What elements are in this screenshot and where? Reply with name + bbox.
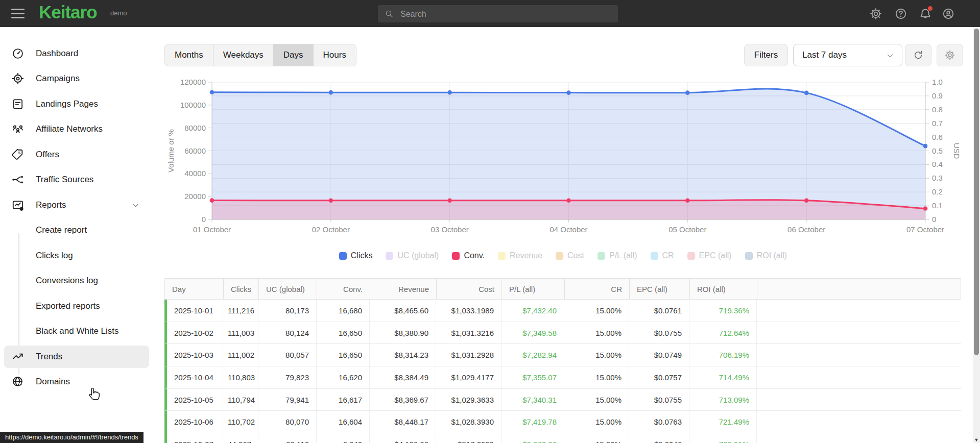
cell-roi-all: 719.36%: [689, 300, 757, 322]
filters-button[interactable]: Filters: [744, 44, 788, 66]
column-header-p-l-all[interactable]: P/L (all): [502, 279, 565, 299]
svg-text:$: $: [18, 150, 21, 155]
cell-clicks: 110,702: [223, 411, 258, 433]
svg-text:03 October: 03 October: [431, 225, 469, 234]
cell-uc-global: 80,124: [258, 322, 317, 344]
svg-text:0.3: 0.3: [932, 174, 943, 182]
domains-icon: [11, 375, 25, 388]
sidebar-item-offers[interactable]: $Offers: [4, 143, 149, 166]
sidebar-item-reports[interactable]: Reports: [4, 194, 149, 216]
sidebar-item-traffic-sources[interactable]: Traffic Sources: [4, 168, 149, 191]
sidebar-item-label: Traffic Sources: [36, 175, 93, 185]
legend-swatch: [556, 252, 563, 260]
cell-conv: 6,640: [317, 433, 370, 443]
sidebar-item-create-report[interactable]: Create report: [4, 219, 149, 241]
chevron-down-icon: [131, 201, 140, 210]
status-url-tooltip: https://demo.keitaro.io/admin/#!/trends/…: [0, 432, 144, 443]
refresh-button[interactable]: [905, 44, 931, 66]
svg-text:100000: 100000: [180, 101, 206, 109]
legend-item-p-l-all[interactable]: P/L (all): [597, 251, 637, 260]
legend-label: ROI (all): [757, 251, 787, 260]
sidebar-item-domains[interactable]: Domains: [4, 371, 149, 393]
legend-item-conv[interactable]: Conv.: [452, 251, 485, 260]
sidebar-item-label: Trends: [36, 352, 62, 362]
hamburger-menu-icon[interactable]: [11, 9, 25, 18]
sidebar-item-black-and-white-lists[interactable]: Black and White Lists: [4, 320, 149, 342]
cell-p-l-all: $7,355.07: [501, 366, 564, 388]
table-row: 2025-10-02111,00380,12416,650$8,380.90$1…: [164, 322, 961, 344]
cell-roi-all: 713.09%: [689, 389, 757, 411]
table-row: 2025-10-0744,26732,1106,640$4,190.06$517…: [164, 433, 961, 443]
brand-logo[interactable]: Keitaro: [39, 2, 97, 22]
help-icon[interactable]: [894, 7, 907, 20]
cell-p-l-all: $7,282.94: [501, 344, 564, 366]
sidebar-item-campaigns[interactable]: Campaigns: [4, 67, 149, 90]
column-header-clicks[interactable]: Clicks: [224, 279, 259, 299]
settings-icon[interactable]: [869, 7, 882, 20]
column-header-cost[interactable]: Cost: [437, 279, 502, 299]
column-header-epc-all[interactable]: EPC (all): [630, 279, 690, 299]
env-label: demo: [110, 9, 127, 17]
affiliate-networks-icon: [11, 122, 25, 136]
sidebar-item-dashboard[interactable]: Dashboard: [4, 42, 149, 65]
account-icon[interactable]: [942, 7, 955, 20]
cell-clicks: 44,267: [223, 433, 258, 443]
scrollbar-thumb[interactable]: [974, 29, 979, 355]
cell-cost: $1,029.3633: [436, 389, 501, 411]
sidebar-item-landings-pages[interactable]: Landings Pages: [4, 93, 149, 115]
scroll-down-arrow[interactable]: ▼: [973, 436, 980, 443]
cell-revenue: $8,465.60: [370, 300, 436, 322]
search-icon: [385, 9, 394, 18]
tab-hours[interactable]: Hours: [314, 44, 356, 66]
legend-swatch: [651, 252, 658, 260]
cell-epc-all: $0.0749: [629, 344, 689, 366]
cell-clicks: 111,216: [223, 300, 258, 322]
legend-item-epc-all[interactable]: EPC (all): [687, 251, 732, 260]
tab-days[interactable]: Days: [274, 44, 314, 66]
legend-item-uc-global[interactable]: UC (global): [386, 251, 439, 260]
landing-pages-icon: [11, 97, 25, 111]
cell-clicks: 111,002: [223, 344, 258, 366]
sidebar-item-label: Exported reports: [36, 301, 100, 311]
cell-epc-all: $0.0755: [629, 389, 689, 411]
date-range-select[interactable]: Last 7 days: [793, 44, 902, 66]
sidebar-item-trends[interactable]: Trends: [4, 346, 149, 368]
cell-conv: 16,604: [317, 411, 370, 433]
scrollbar[interactable]: [973, 27, 980, 443]
column-header-cr[interactable]: CR: [565, 279, 630, 299]
svg-text:Volume or %: Volume or %: [166, 129, 175, 173]
search-box: [378, 5, 618, 22]
cell-uc-global: 80,173: [258, 300, 317, 322]
legend-item-clicks[interactable]: Clicks: [339, 251, 373, 260]
column-header-revenue[interactable]: Revenue: [370, 279, 437, 299]
tab-months[interactable]: Months: [165, 44, 213, 66]
column-header-roi-all[interactable]: ROI (all): [690, 279, 757, 299]
legend-label: Cost: [567, 251, 584, 260]
tab-weekdays[interactable]: Weekdays: [213, 44, 274, 66]
cell-filler: [757, 433, 961, 443]
svg-text:02 October: 02 October: [312, 225, 350, 234]
legend-item-roi-all[interactable]: ROI (all): [745, 251, 787, 260]
column-header-uc-global[interactable]: UC (global): [259, 279, 317, 299]
notifications-icon[interactable]: [919, 7, 932, 20]
legend-item-cr[interactable]: CR: [651, 251, 674, 260]
sidebar-item-clicks-log[interactable]: Clicks log: [4, 244, 149, 267]
campaigns-icon: [11, 72, 25, 85]
cell-cost: $517.3999: [436, 433, 501, 443]
cell-filler: [757, 344, 961, 366]
chart-settings-button[interactable]: [937, 44, 963, 66]
legend-swatch: [452, 252, 460, 260]
svg-text:60000: 60000: [184, 146, 206, 155]
svg-text:80000: 80000: [184, 124, 206, 132]
legend-item-revenue[interactable]: Revenue: [498, 251, 542, 260]
column-header-day[interactable]: Day: [165, 279, 224, 299]
sidebar-item-affiliate-networks[interactable]: Affiliate Networks: [4, 118, 149, 140]
svg-text:0.2: 0.2: [932, 187, 943, 196]
sidebar-item-conversions-log[interactable]: Conversions log: [4, 269, 149, 292]
sidebar-item-exported-reports[interactable]: Exported reports: [4, 295, 149, 317]
column-header-conv[interactable]: Conv.: [317, 279, 370, 299]
search-input[interactable]: [399, 5, 611, 23]
legend-item-cost[interactable]: Cost: [556, 251, 584, 260]
cell-cost: $1,031.3216: [436, 322, 501, 344]
cell-conv: 16,680: [317, 300, 370, 322]
